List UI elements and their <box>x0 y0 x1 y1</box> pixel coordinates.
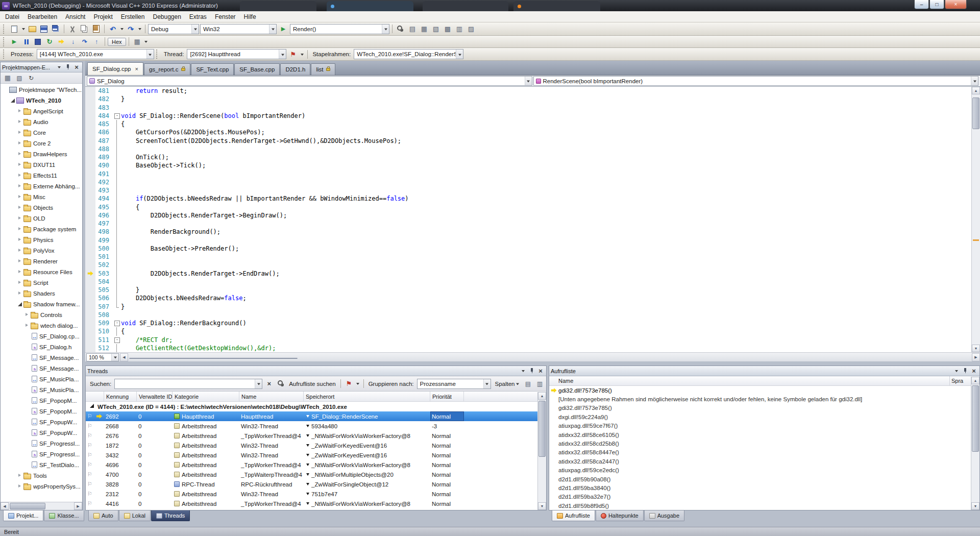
pin-icon[interactable] <box>64 64 72 71</box>
close-button[interactable]: × <box>945 0 967 9</box>
tree-item[interactable]: SF_Message... <box>1 352 82 363</box>
open-file-icon[interactable] <box>27 24 38 34</box>
breakpoint-margin[interactable] <box>85 344 95 352</box>
thread-row[interactable]: ⚐47000Arbeitsthread_TppWaiterpThread@4_N… <box>86 470 546 479</box>
scroll-track[interactable] <box>538 400 546 502</box>
maximize-button[interactable]: □ <box>929 0 944 9</box>
callstack-frame[interactable]: gdi32.dll!7573e785() <box>549 386 979 395</box>
menu-item-bearbeiten[interactable]: Bearbeiten <box>23 12 61 22</box>
tree-item[interactable]: AngelScript <box>1 106 82 116</box>
tree-item[interactable]: Resource Files <box>1 266 82 277</box>
tree-item[interactable]: SF_MusicPla... <box>1 374 82 384</box>
panel-tab-projekt[interactable]: Projekt... <box>3 510 43 521</box>
show-all-files-icon[interactable] <box>14 73 25 83</box>
breakpoint-margin[interactable] <box>85 137 95 145</box>
menu-item-extras[interactable]: Extras <box>185 12 211 22</box>
tree-expander-icon[interactable] <box>16 204 23 211</box>
tree-expander-icon[interactable] <box>16 483 23 490</box>
tree-expander-icon[interactable] <box>16 129 23 136</box>
tree-expander-icon[interactable] <box>16 140 23 147</box>
break-all-icon[interactable] <box>20 37 32 47</box>
callstack-frame[interactable]: atiuxpag.dll!59ce7f67() <box>549 422 979 430</box>
tree-item[interactable]: wtech dialog... <box>1 320 82 331</box>
tree-expander-icon[interactable] <box>16 183 23 189</box>
thread-location[interactable]: 751b7e47 <box>304 489 430 499</box>
tree-expander-icon[interactable] <box>16 172 23 179</box>
panel-tab-threads[interactable]: Threads <box>151 510 190 521</box>
step-into-icon[interactable] <box>67 37 79 47</box>
tree-expander-icon[interactable] <box>23 311 30 318</box>
tree-expander-icon[interactable] <box>16 226 23 232</box>
group-expander-icon[interactable] <box>90 404 94 408</box>
breakpoint-margin[interactable] <box>85 311 95 319</box>
breakpoint-margin[interactable] <box>85 236 95 245</box>
tree-item[interactable]: SF_TestDialo... <box>1 459 82 470</box>
tree-item[interactable]: SF_PopupW... <box>1 417 82 427</box>
panel-tab-ausgabe[interactable]: Ausgabe <box>644 510 684 521</box>
columns1-icon[interactable] <box>523 379 534 389</box>
tree-item[interactable]: SF_Message... <box>1 363 82 374</box>
breakpoint-margin[interactable] <box>85 294 95 302</box>
thread-flag-icon[interactable]: ⚐ <box>86 489 95 499</box>
tree-expander-icon[interactable] <box>16 258 23 264</box>
threads-vscrollbar[interactable]: ▲ ▼ <box>537 392 546 510</box>
tree-item[interactable]: Shaders <box>1 288 82 299</box>
chevron-down-icon[interactable] <box>525 77 532 85</box>
thread-flag-icon[interactable]: ⚐ <box>86 499 95 508</box>
thread-combo[interactable]: [2692] Hauptthread <box>187 49 286 59</box>
thread-flag-icon[interactable]: ⚐ <box>86 460 95 470</box>
pin-icon[interactable] <box>528 368 536 375</box>
scroll-thumb[interactable] <box>538 401 546 457</box>
tree-item[interactable]: Audio <box>1 116 82 127</box>
tree-item[interactable]: Tools <box>1 470 82 481</box>
panel-tab-klasse[interactable]: Klasse... <box>44 510 84 521</box>
editor-vscrollbar[interactable]: ▲ ▼ <box>971 87 980 352</box>
callstack-frame[interactable]: atidxx32.dll!58c8447e() <box>549 448 979 457</box>
search-callstack-label[interactable]: Aufrufliste suchen <box>289 381 335 387</box>
tree-item[interactable]: SF_Dialog.h <box>1 342 82 352</box>
toolbar-grip[interactable] <box>3 37 6 46</box>
tree-item[interactable]: wpsPropertySys... <box>1 481 82 492</box>
breakpoint-margin[interactable] <box>85 112 95 120</box>
column-header-speicherort[interactable]: Speicherort <box>304 392 430 401</box>
clear-search-icon[interactable] <box>263 379 275 389</box>
menu-item-hilfe[interactable]: Hilfe <box>240 12 260 22</box>
columns-button[interactable]: Spalten <box>492 379 522 389</box>
thread-row[interactable]: ⚐46960Arbeitsthread_TppWorkerThread@4_Nt… <box>86 460 546 470</box>
restart-icon[interactable] <box>44 37 55 47</box>
breakpoint-margin[interactable] <box>85 203 95 211</box>
chevron-down-icon[interactable] <box>382 25 389 34</box>
scroll-down-icon[interactable]: ▼ <box>971 502 979 510</box>
save-icon[interactable] <box>38 24 50 34</box>
breakpoint-margin[interactable] <box>85 211 95 220</box>
tree-item[interactable]: Objects <box>1 202 82 213</box>
callstack-frame[interactable]: d2d1.dll!59b90a08() <box>549 475 979 483</box>
thread-row[interactable]: ⚐23120ArbeitsthreadWin32-Thread751b7e47N… <box>86 489 546 499</box>
tree-item[interactable]: SF_MusicPla... <box>1 384 82 395</box>
menu-item-debuggen[interactable]: Debuggen <box>149 12 185 22</box>
scroll-left-icon[interactable]: ◀ <box>120 353 128 361</box>
tree-expander-icon[interactable] <box>16 290 23 297</box>
refresh-icon[interactable] <box>26 73 37 83</box>
expand-frames-icon[interactable] <box>306 415 309 418</box>
explorer-hscrollbar[interactable]: ◀ ▶ <box>1 502 82 510</box>
thread-location[interactable]: _ZwWaitForKeyedEvent@16 <box>304 441 430 450</box>
breakpoint-margin[interactable] <box>85 95 95 103</box>
expand-frames-icon[interactable] <box>306 483 309 485</box>
chevron-down-icon[interactable] <box>146 50 154 59</box>
thread-flag-icon[interactable]: ⚐ <box>86 479 95 489</box>
expand-frames-icon[interactable] <box>306 425 309 427</box>
thread-location[interactable]: SF_Dialog::RenderScene <box>304 411 430 421</box>
tree-item[interactable]: Controls <box>1 309 82 320</box>
search-callstack-icon[interactable] <box>276 379 287 389</box>
document-tab[interactable]: SF_Base.cpp <box>234 63 280 75</box>
new-file-icon[interactable] <box>9 24 20 34</box>
tree-expander-icon[interactable] <box>16 215 23 222</box>
solution-explorer-icon[interactable] <box>407 24 418 34</box>
tree-expander-icon[interactable] <box>16 247 23 254</box>
thread-location[interactable]: _NtWaitForWorkViaWorkerFactory@8 <box>304 460 430 470</box>
dropdown-arrow-icon[interactable] <box>355 379 361 389</box>
column-header-kategorie[interactable]: Kategorie <box>173 392 239 401</box>
menu-item-fenster[interactable]: Fenster <box>211 12 240 22</box>
callstack-frame[interactable]: [Unten angegebene Rahmen sind möglicherw… <box>549 395 979 403</box>
